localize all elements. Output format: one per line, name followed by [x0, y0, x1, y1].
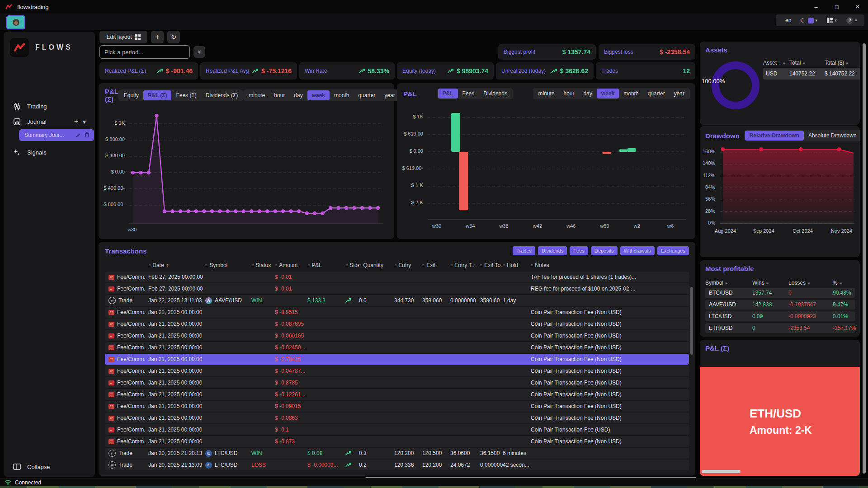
most-profitable-row-btc-usd[interactable]: BTC/USD1357.74090.48% [705, 288, 855, 298]
column-header-losses[interactable]: Losses≡ [788, 280, 833, 286]
column-menu-icon[interactable]: ≡ [766, 281, 769, 285]
transaction-row-1[interactable]: Fee/Comm.Feb 27, 2025 00:00:00$ -0.01TAF… [105, 272, 689, 282]
pnl-cum-tab-fees[interactable]: Fees (Σ) [171, 90, 201, 100]
column-menu-icon[interactable]: ≡ [840, 281, 842, 285]
transaction-row-2[interactable]: Fee/Comm.Feb 27, 2025 00:00:00$ -0.01REG… [105, 283, 689, 294]
column-header-symbol[interactable]: Symbol≡ [705, 280, 752, 286]
minimize-button[interactable]: – [806, 0, 826, 14]
column-menu-icon[interactable]: ≡ [422, 263, 425, 267]
column-menu-icon[interactable]: ≡ [148, 263, 151, 267]
pnl-cum-interval-tab-hour[interactable]: hour [269, 90, 289, 100]
column-menu-icon[interactable]: ≡ [275, 263, 277, 267]
most-profitable-row-eth-usd[interactable]: ETH/USD0-2358.54-157.17% [705, 323, 855, 333]
column-menu-icon[interactable]: ≡ [846, 61, 848, 65]
transactions-filter-dividends[interactable]: Dividends [538, 246, 567, 255]
sidebar-item-journal[interactable]: Journal + ▾ [8, 115, 90, 128]
pnl-cum-interval-tab-day[interactable]: day [289, 90, 307, 100]
transactions-filter-withdrawals[interactable]: Withdrawals [620, 246, 655, 255]
edit-layout-button[interactable]: Edit layout [99, 31, 147, 43]
column-menu-icon[interactable]: ≡ [802, 61, 805, 65]
pnl-interval-tab-quarter[interactable]: quarter [643, 89, 670, 99]
pnl-interval-tab-week[interactable]: week [597, 89, 619, 99]
transaction-row-7[interactable]: Fee/Comm.Jan 21, 2025 00:00:00$ -0.02450… [105, 342, 689, 353]
clear-period-button[interactable]: × [193, 46, 205, 58]
column-menu-icon[interactable]: ≡ [503, 263, 505, 267]
column-header-[interactable]: %≡ [833, 280, 855, 286]
transactions-filter-trades[interactable]: Trades [513, 246, 535, 255]
pnl-tab-p-l[interactable]: P&L [438, 89, 458, 99]
transaction-row-12[interactable]: Fee/Comm.Jan 21, 2025 00:00:00$ -0.09015… [105, 401, 689, 412]
column-header-amount[interactable]: ≡Amount [275, 262, 307, 268]
transaction-row-6[interactable]: Fee/Comm.Jan 21, 2025 00:00:00$ -0.06016… [105, 330, 689, 341]
journal-expand-icon[interactable]: ▾ [83, 118, 86, 125]
most-profitable-row-aave-usd[interactable]: AAVE/USD142.838-0.79375479.47% [705, 300, 855, 310]
page-vertical-scrollbar[interactable] [863, 43, 866, 474]
collapse-sidebar-button[interactable]: Collapse [8, 460, 90, 474]
transaction-row-14[interactable]: Fee/Comm.Jan 21, 2025 00:00:00$ -0.1Coin… [105, 424, 689, 435]
refresh-button[interactable]: ↻ [167, 31, 180, 43]
transaction-row-16[interactable]: ⇄TradeJan 20, 2025 21:20:13ŁLTC/USDWIN$ … [105, 448, 689, 459]
column-header-exit-to[interactable]: ≡Exit To... [480, 262, 503, 268]
transactions-vertical-scrollbar[interactable] [690, 287, 693, 355]
column-menu-icon[interactable]: ≡ [394, 263, 396, 267]
profile-avatar[interactable] [6, 15, 25, 29]
column-header-hold[interactable]: ≡Hold [503, 262, 531, 268]
drawdown-tab-relative-drawdown[interactable]: Relative Drawdown [745, 131, 804, 141]
pnl-interval-tab-day[interactable]: day [579, 89, 597, 99]
transaction-row-8[interactable]: Fee/Comm.Jan 21, 2025 00:00:00$ -0.78415… [105, 354, 689, 365]
column-menu-icon[interactable]: ≡ [307, 263, 310, 267]
column-header-asset[interactable]: Asset↑≡ [763, 60, 789, 66]
add-journal-button[interactable]: + [74, 117, 78, 126]
assets-row-usd[interactable]: USD140752.22$ 140752.22540 [763, 68, 860, 80]
transaction-row-3[interactable]: ⇄TradeJan 22, 2025 13:11:03ΛAAVE/USDWIN$… [105, 295, 689, 306]
pnl-cum-tab-p-l[interactable]: P&L (Σ) [143, 90, 171, 100]
transaction-row-11[interactable]: Fee/Comm.Jan 21, 2025 00:00:00$ -0.12261… [105, 389, 689, 400]
pnl-cum-interval-tab-minute[interactable]: minute [244, 90, 269, 100]
column-header-side[interactable]: ≡Side [345, 262, 359, 268]
column-menu-icon[interactable]: ≡ [531, 263, 533, 267]
pnl-interval-tab-month[interactable]: month [619, 89, 643, 99]
period-input[interactable]: Pick a period... [99, 45, 190, 59]
transaction-row-15[interactable]: Fee/Comm.Jan 21, 2025 00:00:00$ -0.873Co… [105, 436, 689, 447]
pnl-interval-tab-minute[interactable]: minute [533, 89, 559, 99]
maximize-button[interactable]: □ [826, 0, 847, 14]
sidebar-item-trading[interactable]: Trading [8, 99, 90, 113]
column-header-total[interactable]: Total ($)≡ [825, 60, 860, 66]
pnl-cum-interval-tab-week[interactable]: week [307, 90, 330, 100]
column-header-total[interactable]: Total≡ [789, 60, 825, 66]
column-header-date[interactable]: ≡Date↑ [148, 262, 205, 268]
column-header-entry-t[interactable]: ≡Entry T... [450, 262, 480, 268]
column-header-quantity[interactable]: ≡Quantity [359, 262, 394, 268]
column-menu-icon[interactable]: ≡ [251, 263, 254, 267]
transaction-row-5[interactable]: Fee/Comm.Jan 21, 2025 00:00:00$ -0.08769… [105, 319, 689, 329]
transaction-row-13[interactable]: Fee/Comm.Jan 21, 2025 00:00:00$ -0.0863C… [105, 413, 689, 423]
column-menu-icon[interactable]: ≡ [205, 263, 208, 267]
column-menu-icon[interactable]: ≡ [480, 263, 482, 267]
column-header-exit[interactable]: ≡Exit [422, 262, 450, 268]
pnl-interval-tab-year[interactable]: year [670, 89, 689, 99]
column-header-notes[interactable]: ≡Notes [531, 262, 689, 268]
column-menu-icon[interactable]: ≡ [783, 61, 785, 65]
pencil-icon[interactable] [75, 132, 81, 139]
most-profitable-row-ltc-usd[interactable]: LTC/USD0.09-0.00009230.01% [705, 311, 855, 321]
help-dropdown[interactable]: ? ▾ [839, 14, 864, 26]
pnl-cum-interval-tab-month[interactable]: month [330, 90, 354, 100]
treemap-horizontal-scrollbar[interactable] [702, 470, 741, 473]
transaction-row-9[interactable]: Fee/Comm.Jan 21, 2025 00:00:00$ -0.04787… [105, 366, 689, 376]
transaction-row-10[interactable]: Fee/Comm.Jan 21, 2025 00:00:00$ -0.8785C… [105, 377, 689, 388]
sidebar-item-signals[interactable]: Signals [8, 145, 90, 159]
column-header-symbol[interactable]: ≡Symbol [205, 262, 251, 268]
sidebar-journal-entry[interactable]: Summary Jour... [19, 129, 94, 141]
column-menu-icon[interactable]: ≡ [345, 263, 348, 267]
column-menu-icon[interactable]: ≡ [807, 281, 810, 285]
pnl-cum-interval-tab-quarter[interactable]: quarter [354, 90, 380, 100]
pnl-tab-fees[interactable]: Fees [458, 89, 479, 99]
trash-icon[interactable] [85, 132, 90, 139]
pnl-tab-dividends[interactable]: Dividends [479, 89, 512, 99]
column-menu-icon[interactable]: ≡ [450, 263, 453, 267]
pnl-cum-tab-dividends[interactable]: Dividends (Σ) [201, 90, 242, 100]
treemap-cell-ethusd[interactable]: ETH/USD Amount: 2-K [700, 367, 860, 476]
transactions-filter-exchanges[interactable]: Exchanges [657, 246, 689, 255]
add-widget-button[interactable]: + [151, 31, 164, 43]
column-header-p-l[interactable]: ≡P&L [307, 262, 345, 268]
